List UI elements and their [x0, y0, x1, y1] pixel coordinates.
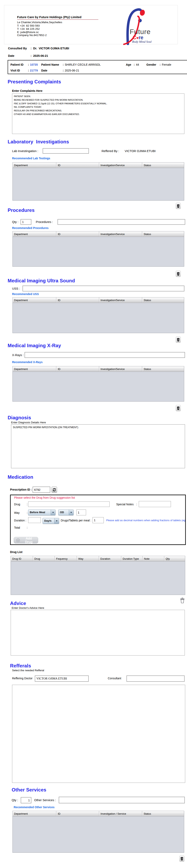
uss-input[interactable] [23, 286, 184, 291]
procedures-col-id: ID [56, 231, 99, 237]
procedures-delete-button[interactable] [176, 271, 181, 277]
duration-type-value: Day/s [43, 518, 54, 524]
other-qty-input[interactable] [21, 797, 31, 803]
patient-name-value: SHIRLEY CECILE ARRISOL [65, 63, 101, 66]
patient-id-label: Patient ID [10, 63, 24, 66]
lab-col-department: Department [13, 162, 56, 168]
refresh-prescription-button[interactable] [51, 486, 57, 493]
total-colon: : [27, 526, 28, 529]
patient-id-colon: : [28, 63, 29, 66]
fraction-note-text: Please add as decimal numbers when addin… [106, 519, 185, 522]
recommended-uss-link[interactable]: Recommended USS [12, 292, 39, 296]
visit-date-value: 2025-06-21 [65, 69, 79, 72]
procedures-table: Department ID Investigation/Service Stat… [12, 231, 184, 267]
diagnosis-textarea[interactable]: SUSPECTED PIN WORM INFESTATION (ON TREAT… [11, 424, 185, 468]
prescription-id-input[interactable] [33, 487, 50, 493]
drug-input[interactable] [28, 501, 110, 507]
trash-icon [177, 204, 180, 208]
uss-delete-button[interactable] [176, 337, 181, 343]
lab-table-body[interactable] [13, 168, 184, 200]
age-label: Age [126, 63, 131, 66]
procedures-qty-input[interactable] [21, 219, 31, 225]
gender-label: Gender [146, 63, 156, 66]
way-qty-input[interactable] [76, 509, 86, 515]
xray-table-body[interactable] [13, 372, 184, 401]
other-col-status: Status [142, 811, 184, 816]
uss-col-id: ID [56, 298, 99, 303]
recommended-procedures-link[interactable]: Recommended Procedures [12, 226, 48, 229]
patient-name-colon: : [63, 63, 64, 66]
procedures-input[interactable] [58, 219, 185, 225]
trash-icon [177, 406, 180, 410]
company-number: Company No.8417652-2 [17, 34, 47, 37]
special-notes-colon: : [136, 503, 137, 506]
add-drug-button[interactable]: Add Drug [14, 537, 38, 544]
special-notes-input[interactable] [139, 501, 171, 507]
way-colon: : [27, 511, 28, 514]
xray-input-label: X-Rays : [12, 353, 24, 356]
drug-delete-button[interactable] [180, 597, 185, 604]
trash-icon [180, 598, 185, 603]
prescription-id-label: Prescription ID : [10, 488, 32, 491]
age-value: 44 [136, 63, 139, 66]
lab-col-status: Status [142, 162, 184, 168]
recommended-other-link[interactable]: Recommended Other Services [14, 806, 54, 809]
logo-word-care: C♥re [133, 35, 143, 40]
company-name: Future Care by Future Holdings (Pty) Lim… [17, 15, 81, 19]
duration-label: Duration : [14, 519, 26, 522]
drug-col-note: Note [143, 556, 164, 561]
drug-col-drug: Drug [33, 556, 55, 561]
refferals-title: Refferals [10, 663, 31, 669]
uss-input-label: USS : [12, 287, 20, 290]
per-meal-input[interactable] [92, 517, 104, 523]
other-services-input[interactable] [59, 797, 185, 803]
consulted-by-value: Dr. VICTOR OJIMA ETUBI [33, 47, 69, 50]
recommended-xray-link[interactable]: Recommended X-Rays [12, 361, 43, 364]
xray-input[interactable] [25, 352, 185, 358]
refferal-listbox[interactable] [12, 685, 185, 783]
consultant-input[interactable] [126, 676, 185, 682]
duration-type-dropdown[interactable]: Day/s [43, 518, 59, 524]
other-delete-button[interactable] [179, 856, 184, 862]
drug-col-duration: Duration [99, 556, 121, 561]
lab-delete-button[interactable] [176, 203, 181, 209]
duration-input[interactable] [28, 517, 41, 523]
advice-title: Advice [10, 600, 26, 606]
reffering-doctor-label: Reffering Doctor [12, 677, 33, 680]
complaints-textarea[interactable]: PATIENT SEEN. BEING REVIEWED FOR SUSPECT… [12, 93, 184, 134]
frequency-dropdown[interactable]: OD [58, 509, 74, 515]
reffered-by-value: VICTOR OJIMA ETUBI [125, 149, 156, 153]
complaints-sub-label: Enter Complaints Here [12, 89, 42, 92]
drug-hint-text: Please select the Drug from Drug suggess… [14, 496, 75, 499]
diagnosis-sub-label: Enter Diagnosis Details Here [11, 421, 46, 424]
drug-col-id: Drug ID [11, 556, 33, 561]
frequency-dropdown-button[interactable] [69, 510, 73, 515]
add-drug-label: Add Drug [22, 537, 36, 544]
lab-table-header: Department ID Investigation/Service Stat… [13, 162, 184, 168]
visit-summary-page: Future Care by Future Holdings (Pty) Lim… [0, 0, 187, 868]
procedures-table-body[interactable] [13, 237, 184, 267]
patient-info-box: Patient ID : 10735 Patient Name : SHIRLE… [8, 60, 187, 74]
drug-colon: : [27, 503, 28, 506]
duration-type-button[interactable] [54, 518, 59, 524]
recommended-lab-link[interactable]: Recommended Lab Testings [12, 157, 50, 160]
chevron-down-icon [52, 512, 54, 513]
procedures-col-service: Investigation/Service [99, 231, 142, 237]
reffering-doctor-input[interactable] [35, 676, 89, 682]
chevron-down-icon [56, 520, 58, 522]
visit-date-label: Date [41, 69, 47, 72]
drug-col-duration-type: Duration Type [121, 556, 143, 561]
xray-col-id: ID [56, 366, 99, 372]
xray-delete-button[interactable] [176, 405, 181, 411]
drug-label: Drug [14, 503, 20, 506]
lab-investigation-input[interactable] [43, 148, 89, 154]
company-name-underline [17, 19, 98, 20]
other-table-body[interactable] [13, 816, 184, 852]
drug-table-body[interactable] [11, 561, 185, 595]
visit-id-label: Visit ID [10, 69, 20, 72]
meal-dropdown[interactable]: Before Meal [28, 509, 55, 515]
advice-textarea[interactable] [11, 610, 185, 655]
meal-dropdown-button[interactable] [51, 510, 55, 515]
uss-col-service: Investigation/Service [99, 298, 142, 303]
uss-table-body[interactable] [13, 303, 184, 333]
